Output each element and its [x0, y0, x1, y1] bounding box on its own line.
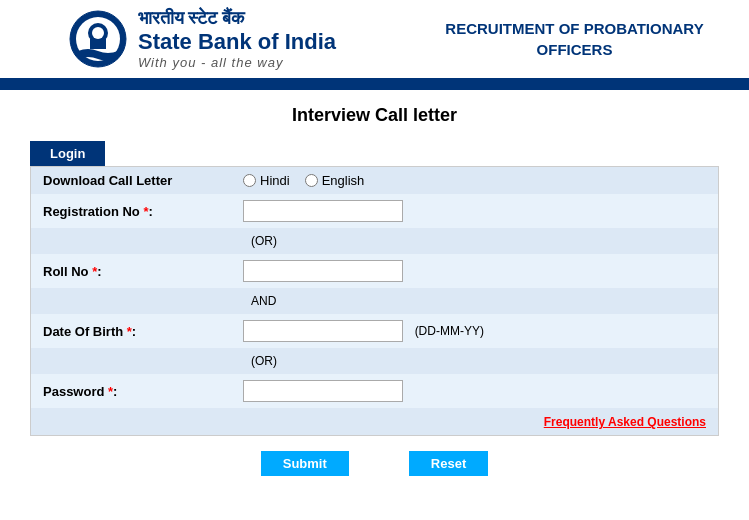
language-radio-group: Hindi English — [243, 173, 706, 188]
or-row-2: (OR) — [31, 348, 718, 374]
button-bar: Submit Reset — [30, 451, 719, 476]
password-label: Password *: — [31, 374, 231, 408]
submit-button[interactable]: Submit — [261, 451, 349, 476]
header-right: RECRUITMENT OF PROBATIONARY OFFICERS — [392, 18, 737, 60]
login-tab[interactable]: Login — [30, 141, 105, 166]
hindi-radio-label[interactable]: Hindi — [243, 173, 290, 188]
roll-no-cell — [231, 254, 718, 288]
download-call-letter-options: Hindi English — [231, 167, 718, 194]
svg-point-4 — [92, 27, 104, 39]
roll-required-star: * — [92, 264, 97, 279]
faq-link[interactable]: Frequently Asked Questions — [544, 415, 706, 429]
registration-no-input[interactable] — [243, 200, 403, 222]
dob-cell: (DD-MM-YY) — [231, 314, 718, 348]
hindi-label: Hindi — [260, 173, 290, 188]
logo-top: भारतीय स्टेट बैंक State Bank of India Wi… — [68, 8, 336, 70]
english-radio-label[interactable]: English — [305, 173, 365, 188]
recruitment-line2: OFFICERS — [537, 41, 613, 58]
logo-text-area: भारतीय स्टेट बैंक State Bank of India Wi… — [138, 8, 336, 70]
dob-required-star: * — [127, 324, 132, 339]
registration-no-label: Registration No *: — [31, 194, 231, 228]
hindi-bank-name: भारतीय स्टेट बैंक — [138, 8, 336, 29]
header-blue-bar — [0, 82, 749, 90]
form-container: Download Call Letter Hindi English — [30, 166, 719, 436]
registration-no-cell — [231, 194, 718, 228]
dob-label: Date Of Birth *: — [31, 314, 231, 348]
password-required-star: * — [108, 384, 113, 399]
or-text-1: (OR) — [31, 228, 718, 254]
header: भारतीय स्टेट बैंक State Bank of India Wi… — [0, 0, 749, 82]
page-title: Interview Call letter — [30, 105, 719, 126]
dob-input[interactable] — [243, 320, 403, 342]
dob-hint: (DD-MM-YY) — [415, 324, 484, 338]
and-text: AND — [31, 288, 718, 314]
main-content: Interview Call letter Login Download Cal… — [0, 90, 749, 496]
hindi-radio[interactable] — [243, 174, 256, 187]
bank-tagline: With you - all the way — [138, 55, 336, 70]
registration-required-star: * — [143, 204, 148, 219]
logo-area: भारतीय स्टेट बैंक State Bank of India Wi… — [12, 8, 392, 70]
english-bank-name: State Bank of India — [138, 29, 336, 55]
reset-button[interactable]: Reset — [409, 451, 488, 476]
password-input[interactable] — [243, 380, 403, 402]
download-call-letter-label: Download Call Letter — [31, 167, 231, 194]
recruitment-line1: RECRUITMENT OF PROBATIONARY — [445, 20, 703, 37]
password-cell — [231, 374, 718, 408]
faq-cell: Frequently Asked Questions — [31, 408, 718, 435]
registration-no-row: Registration No *: — [31, 194, 718, 228]
english-radio[interactable] — [305, 174, 318, 187]
or-row-1: (OR) — [31, 228, 718, 254]
english-label: English — [322, 173, 365, 188]
faq-row: Frequently Asked Questions — [31, 408, 718, 435]
or-text-2: (OR) — [31, 348, 718, 374]
roll-no-input[interactable] — [243, 260, 403, 282]
recruitment-title: RECRUITMENT OF PROBATIONARY OFFICERS — [412, 18, 737, 60]
sbi-logo-icon — [68, 9, 128, 69]
roll-no-label: Roll No *: — [31, 254, 231, 288]
dob-row: Date Of Birth *: (DD-MM-YY) — [31, 314, 718, 348]
roll-no-row: Roll No *: — [31, 254, 718, 288]
download-call-letter-row: Download Call Letter Hindi English — [31, 167, 718, 194]
and-row: AND — [31, 288, 718, 314]
password-row: Password *: — [31, 374, 718, 408]
tab-bar: Login — [30, 141, 719, 166]
form-table: Download Call Letter Hindi English — [31, 167, 718, 435]
